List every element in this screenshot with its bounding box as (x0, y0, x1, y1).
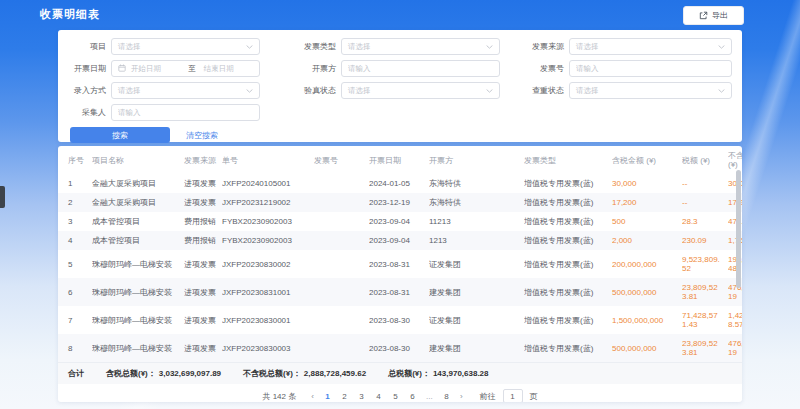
search-button[interactable]: 搜索 (70, 127, 170, 143)
table-cell: 8 (58, 339, 92, 358)
export-icon (699, 11, 708, 20)
table-cell: 7 (58, 311, 92, 330)
verify-status-select[interactable]: 请选择 (341, 82, 500, 99)
table-cell (314, 259, 369, 269)
collector-label: 采集人 (66, 107, 106, 118)
vertical-scrollbar[interactable] (736, 170, 741, 288)
entry-method-select[interactable]: 请选择 (111, 82, 260, 99)
table-cell (314, 287, 369, 297)
table-cell: JXFP20230831001 (222, 283, 314, 302)
table-cell: 11213 (429, 212, 524, 231)
table-row[interactable]: 5珠穆朗玛峰—电梯安装进项发票JXFP202308300022023-08-31… (58, 250, 742, 278)
filter-field-project: 项目 请选择 (66, 38, 272, 55)
date-end-placeholder: 结束日期 (204, 64, 253, 74)
table-body: 1金融大厦采购项目进项发票JXFP202401050012024-01-05东海… (58, 174, 742, 362)
column-header: 项目名称 (92, 151, 184, 170)
invoice-source-select[interactable]: 请选择 (569, 38, 732, 55)
table-cell: 2023-08-31 (369, 255, 429, 274)
table-cell: 珠穆朗玛峰—电梯安装 (92, 255, 184, 274)
table-cell: 28.3 (682, 212, 728, 231)
filter-field-dup-status: 查重状态 请选择 (512, 82, 734, 99)
table-cell: 30,000 (612, 174, 682, 193)
table-cell: 成本管控项目 (92, 212, 184, 231)
table-cell: 珠穆朗玛峰—电梯安装 (92, 339, 184, 358)
pagination: 共 142 条 ‹ 123456...8 › 前往 页 (58, 389, 742, 402)
project-select[interactable]: 请选择 (111, 38, 260, 55)
date-start-placeholder: 开始日期 (131, 64, 180, 74)
filter-panel: 项目 请选择 发票类型 请选择 发票来源 请选择 开票日期 (58, 30, 742, 142)
table-cell: 5 (58, 255, 92, 274)
table-cell: 6 (58, 283, 92, 302)
table-cell: 费用报销 (184, 231, 222, 250)
table-cell: 2 (58, 193, 92, 212)
dup-status-select[interactable]: 请选择 (569, 82, 732, 99)
column-header: 开票日期 (369, 151, 429, 170)
table-cell: JXFP20230830001 (222, 311, 314, 330)
table-cell: 增值税专用发票(蓝) (524, 311, 612, 330)
table-row[interactable]: 8珠穆朗玛峰—电梯安装进项发票JXFP202308300032023-08-30… (58, 334, 742, 362)
table-row[interactable]: 1金融大厦采购项目进项发票JXFP202401050012024-01-05东海… (58, 174, 742, 193)
table-cell: 增值税专用发票(蓝) (524, 174, 612, 193)
clear-search-link[interactable]: 清空搜索 (186, 130, 218, 141)
table-cell: 增值税专用发票(蓝) (524, 212, 612, 231)
column-header: 序号 (58, 151, 92, 170)
filter-field-invoice-no: 发票号 (512, 60, 734, 77)
column-header: 含税金额 (¥) (612, 151, 682, 170)
goto-page-input[interactable] (503, 389, 523, 402)
filter-field-invoice-source: 发票来源 请选择 (512, 38, 734, 55)
page-button[interactable]: 2 (338, 391, 351, 402)
dup-status-label: 查重状态 (512, 85, 564, 96)
table-cell: 费用报销 (184, 212, 222, 231)
table-cell (314, 179, 369, 189)
filter-field-issuer: 开票方 (272, 60, 512, 77)
prev-page-button[interactable]: ‹ (308, 391, 317, 402)
table-cell: 增值税专用发票(蓝) (524, 193, 612, 212)
table-cell: 3 (58, 212, 92, 231)
table-row[interactable]: 3成本管控项目费用报销FYBX202309020032023-09-041121… (58, 212, 742, 231)
table-row[interactable]: 4成本管控项目费用报销FYBX202309020032023-09-041213… (58, 231, 742, 250)
chevron-down-icon (718, 86, 725, 95)
table-cell: 增值税专用发票(蓝) (524, 255, 612, 274)
next-page-button[interactable]: › (457, 391, 466, 402)
table-cell: 金融大厦采购项目 (92, 193, 184, 212)
issuer-label: 开票方 (272, 63, 336, 74)
drawer-handle[interactable] (0, 186, 5, 208)
invoice-no-input[interactable] (569, 60, 732, 77)
table-cell: 2023-09-04 (369, 231, 429, 250)
table-cell (314, 343, 369, 353)
table-cell: 230.09 (682, 231, 728, 250)
table-row[interactable]: 2金融大厦采购项目进项发票JXFP202312190022023-12-19东海… (58, 193, 742, 212)
table-cell: 珠穆朗玛峰—电梯安装 (92, 311, 184, 330)
table-cell: -- (682, 174, 728, 193)
table-cell: 1213 (429, 231, 524, 250)
page-button[interactable]: 8 (440, 391, 453, 402)
table-cell: 2023-08-30 (369, 339, 429, 358)
page-button[interactable]: 1 (321, 391, 334, 402)
table-cell: -- (682, 193, 728, 212)
export-button[interactable]: 导出 (683, 6, 744, 25)
invoice-no-label: 发票号 (512, 63, 564, 74)
chevron-down-icon (246, 86, 253, 95)
collector-input[interactable] (111, 104, 260, 121)
table-cell: 500 (612, 212, 682, 231)
table-cell: 200,000,000 (612, 255, 682, 274)
column-header: 发票类型 (524, 151, 612, 170)
background-decor-stripe (734, 85, 800, 409)
table-cell: 500,000,000 (612, 283, 682, 302)
table-cell: JXFP20230830003 (222, 339, 314, 358)
page-button[interactable]: 3 (355, 391, 368, 402)
page-button[interactable]: 6 (406, 391, 419, 402)
invoice-type-select[interactable]: 请选择 (341, 38, 500, 55)
table-cell (314, 217, 369, 227)
issuer-input[interactable] (341, 60, 500, 77)
invoice-date-range[interactable]: 开始日期 至 结束日期 (111, 60, 260, 77)
table-cell: 2023-08-31 (369, 283, 429, 302)
filter-field-invoice-date: 开票日期 开始日期 至 结束日期 (66, 60, 272, 77)
table-cell: 证发集团 (429, 311, 524, 330)
table-row[interactable]: 6珠穆朗玛峰—电梯安装进项发票JXFP202308310012023-08-31… (58, 278, 742, 306)
table-cell: 进项发票 (184, 174, 222, 193)
table-cell: 证发集团 (429, 255, 524, 274)
page-button[interactable]: 5 (389, 391, 402, 402)
page-button[interactable]: 4 (372, 391, 385, 402)
table-row[interactable]: 7珠穆朗玛峰—电梯安装进项发票JXFP202308300012023-08-30… (58, 306, 742, 334)
